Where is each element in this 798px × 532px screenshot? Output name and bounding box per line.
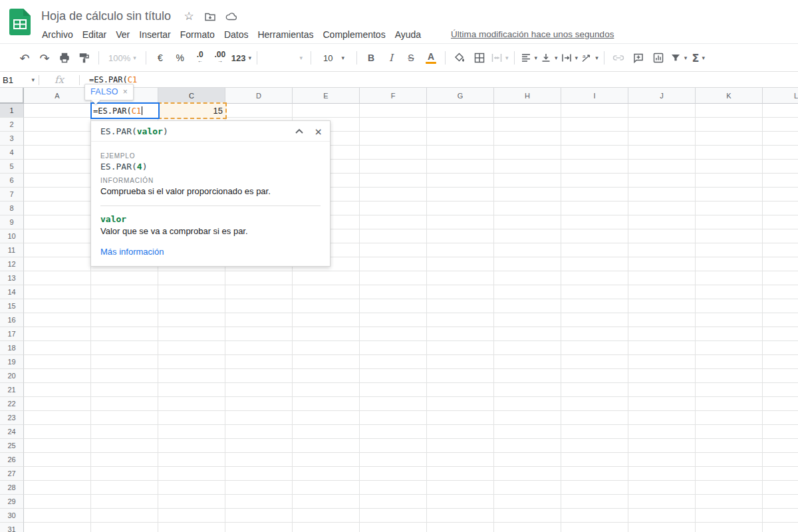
cell-D1[interactable]	[225, 104, 293, 118]
cell-G16[interactable]	[427, 313, 494, 327]
cell-D30[interactable]	[225, 509, 293, 523]
row-header-18[interactable]: 18	[0, 341, 24, 355]
cell-G15[interactable]	[427, 299, 494, 313]
redo-button[interactable]: ↷	[36, 49, 53, 67]
cell-H2[interactable]	[494, 118, 561, 132]
cell-B26[interactable]	[91, 453, 158, 467]
cell-I31[interactable]	[561, 523, 628, 532]
cell-K7[interactable]	[696, 188, 763, 201]
cell-H19[interactable]	[494, 355, 561, 369]
cell-J21[interactable]	[628, 383, 696, 397]
cell-I20[interactable]	[561, 369, 628, 383]
cell-I24[interactable]	[561, 425, 628, 439]
cell-J15[interactable]	[628, 299, 696, 313]
cell-D21[interactable]	[225, 383, 293, 397]
cell-A5[interactable]	[24, 160, 91, 174]
italic-button[interactable]: I	[382, 49, 400, 67]
cell-L26[interactable]	[763, 453, 798, 467]
cell-A14[interactable]	[24, 285, 91, 299]
cell-I7[interactable]	[561, 188, 628, 201]
cell-F30[interactable]	[360, 509, 427, 523]
cell-L7[interactable]	[763, 188, 798, 201]
cell-L2[interactable]	[763, 118, 798, 132]
text-color-button[interactable]: A	[422, 49, 440, 67]
cell-L8[interactable]	[763, 201, 798, 215]
row-header-1[interactable]: 1	[0, 104, 24, 118]
cell-C15[interactable]	[158, 299, 225, 313]
active-cell-b1-editor[interactable]: =ES.PAR(C1	[90, 102, 160, 119]
cell-F7[interactable]	[360, 188, 427, 201]
cell-F9[interactable]	[360, 215, 427, 229]
cell-D24[interactable]	[225, 425, 293, 439]
cell-L25[interactable]	[763, 439, 798, 453]
more-formats-button[interactable]: 123▾	[231, 49, 251, 67]
cell-G18[interactable]	[427, 341, 494, 355]
cell-J22[interactable]	[628, 397, 696, 411]
menu-item[interactable]: Formato	[176, 28, 219, 41]
select-all-corner[interactable]	[0, 88, 24, 104]
cell-J23[interactable]	[628, 411, 696, 425]
cell-J28[interactable]	[628, 481, 696, 495]
cell-J10[interactable]	[628, 229, 696, 243]
cell-F16[interactable]	[360, 313, 427, 327]
cell-B23[interactable]	[91, 411, 158, 425]
cell-L20[interactable]	[763, 369, 798, 383]
cell-A2[interactable]	[24, 118, 91, 132]
cell-B21[interactable]	[91, 383, 158, 397]
cell-E23[interactable]	[293, 411, 360, 425]
cell-G5[interactable]	[427, 160, 494, 174]
move-to-folder-icon[interactable]	[204, 11, 216, 23]
cell-A4[interactable]	[24, 146, 91, 160]
cell-F31[interactable]	[360, 523, 427, 532]
cell-A12[interactable]	[24, 257, 91, 271]
cell-B15[interactable]	[91, 299, 158, 313]
cell-B28[interactable]	[91, 481, 158, 495]
cell-J12[interactable]	[628, 257, 696, 271]
currency-format-button[interactable]: €	[152, 49, 169, 67]
cell-K30[interactable]	[696, 509, 763, 523]
cell-A9[interactable]	[24, 215, 91, 229]
cell-A30[interactable]	[24, 509, 91, 523]
column-header-H[interactable]: H	[494, 88, 561, 104]
cell-A26[interactable]	[24, 453, 91, 467]
cell-F26[interactable]	[360, 453, 427, 467]
cell-E21[interactable]	[293, 383, 360, 397]
cell-F27[interactable]	[360, 467, 427, 481]
cell-F8[interactable]	[360, 201, 427, 215]
cell-H28[interactable]	[494, 481, 561, 495]
row-header-22[interactable]: 22	[0, 397, 24, 411]
cell-I1[interactable]	[561, 104, 628, 118]
close-icon[interactable]: ×	[123, 87, 128, 96]
cell-F17[interactable]	[360, 327, 427, 341]
cell-H3[interactable]	[494, 132, 561, 146]
cell-E27[interactable]	[293, 467, 360, 481]
cell-B22[interactable]	[91, 397, 158, 411]
cell-B20[interactable]	[91, 369, 158, 383]
cell-K28[interactable]	[696, 481, 763, 495]
cell-G28[interactable]	[427, 481, 494, 495]
cell-H29[interactable]	[494, 495, 561, 509]
cell-L23[interactable]	[763, 411, 798, 425]
cell-E30[interactable]	[293, 509, 360, 523]
column-header-F[interactable]: F	[360, 88, 427, 104]
cell-B27[interactable]	[91, 467, 158, 481]
cell-E24[interactable]	[293, 425, 360, 439]
row-header-24[interactable]: 24	[0, 425, 24, 439]
cell-K10[interactable]	[696, 229, 763, 243]
cell-I5[interactable]	[561, 160, 628, 174]
menu-item[interactable]: Herramientas	[253, 28, 318, 41]
cell-J31[interactable]	[628, 523, 696, 532]
cell-D22[interactable]	[225, 397, 293, 411]
cell-A15[interactable]	[24, 299, 91, 313]
cell-E22[interactable]	[293, 397, 360, 411]
insert-comment-button[interactable]	[630, 49, 647, 67]
cell-E25[interactable]	[293, 439, 360, 453]
cell-A18[interactable]	[24, 341, 91, 355]
cell-E28[interactable]	[293, 481, 360, 495]
cell-F29[interactable]	[360, 495, 427, 509]
cell-L28[interactable]	[763, 481, 798, 495]
cloud-status-icon[interactable]	[225, 11, 237, 23]
last-modified-link[interactable]: Última modificación hace unos segundos	[451, 29, 614, 39]
cell-E20[interactable]	[293, 369, 360, 383]
cell-J3[interactable]	[628, 132, 696, 146]
